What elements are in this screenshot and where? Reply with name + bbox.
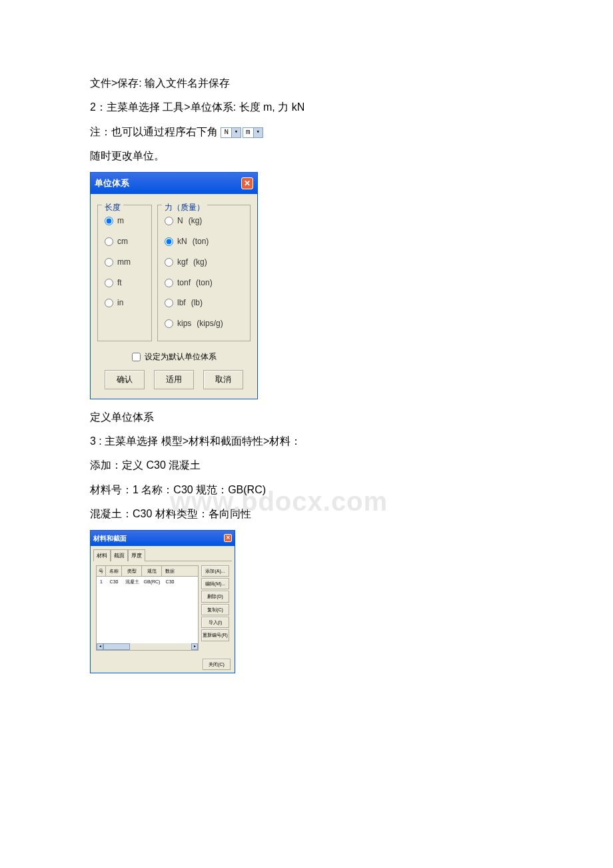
dialog-titlebar: 单位体系 ✕ <box>91 173 257 195</box>
paragraph-step2: 2：主菜单选择 工具>单位体系: 长度 m, 力 kN <box>90 97 523 117</box>
material-dialog-title: 材料和截面 <box>93 532 127 545</box>
dialog-title: 单位体系 <box>95 175 129 192</box>
unit-system-dialog: 单位体系 ✕ 长度 m cm mm ft in 力（质量） N(kg) kN(t… <box>90 172 258 399</box>
apply-button[interactable]: 适用 <box>154 370 194 389</box>
material-tabs: 材料 截面 厚度 <box>91 546 235 561</box>
close-icon[interactable]: ✕ <box>224 534 232 542</box>
paragraph-step3: 3 : 主菜单选择 模型>材料和截面特性>材料： <box>90 431 523 451</box>
paragraph-add-c30: 添加：定义 C30 混凝土 <box>90 455 523 475</box>
radio-kn[interactable]: kN(ton) <box>165 231 243 252</box>
radio-ft[interactable]: ft <box>105 273 145 293</box>
length-groupbox: 长度 m cm mm ft in <box>97 205 152 341</box>
cell-no: 1 <box>97 577 106 587</box>
cell-standard: GB(RC) <box>142 577 162 587</box>
table-header: 号 名称 类型 规范 数据 <box>97 566 198 577</box>
force-groupbox: 力（质量） N(kg) kN(ton) kgf(kg) tonf(ton) lb… <box>157 205 251 341</box>
tab-thickness[interactable]: 厚度 <box>128 549 145 561</box>
scroll-thumb[interactable] <box>103 643 130 650</box>
unit-length-value: m <box>243 125 253 139</box>
length-group-title: 长度 <box>102 200 123 215</box>
dialog-body: 长度 m cm mm ft in 力（质量） N(kg) kN(ton) kgf… <box>91 194 257 398</box>
renumber-button[interactable]: 重新编号(R) <box>201 629 229 641</box>
note-prefix: 注：也可以通过程序右下角 <box>90 126 218 137</box>
radio-lbf[interactable]: lbf(lb) <box>165 293 243 313</box>
cell-name: C30 <box>106 577 122 587</box>
radio-mm[interactable]: mm <box>105 252 145 273</box>
material-dialog-titlebar: 材料和截面 ✕ <box>91 531 235 546</box>
material-table: 号 名称 类型 规范 数据 1 C30 混凝土 GB(RC) C30 ◂ ▸ <box>96 565 199 651</box>
material-button-column: 添加(A)... 编辑(M)... 删除(D) 复制(C) 导入(I) 重新编号… <box>201 565 229 651</box>
header-type[interactable]: 类型 <box>122 566 142 576</box>
force-group-title: 力（质量） <box>162 200 207 215</box>
scroll-right-icon[interactable]: ▸ <box>191 643 198 650</box>
paragraph-concrete-type: 混凝土：C30 材料类型：各向同性 <box>90 504 523 524</box>
header-name[interactable]: 名称 <box>106 566 122 576</box>
scroll-left-icon[interactable]: ◂ <box>97 643 103 650</box>
table-row[interactable]: 1 C30 混凝土 GB(RC) C30 <box>97 577 198 587</box>
tab-section[interactable]: 截面 <box>111 549 128 561</box>
tab-material[interactable]: 材料 <box>93 549 111 561</box>
copy-button[interactable]: 复制(C) <box>201 604 229 615</box>
unit-force-value: N <box>221 125 231 139</box>
radio-in[interactable]: in <box>105 293 145 313</box>
import-button[interactable]: 导入(I) <box>201 617 229 628</box>
cell-type: 混凝土 <box>122 577 142 587</box>
unit-length-dropdown[interactable]: m <box>243 127 263 138</box>
chevron-down-icon[interactable] <box>231 128 241 137</box>
delete-button[interactable]: 删除(D) <box>201 591 229 602</box>
caption-unit-dialog: 定义单位体系 <box>90 407 523 427</box>
unit-dropdown-widgets: N m <box>221 127 263 138</box>
unit-force-dropdown[interactable]: N <box>221 127 241 138</box>
cancel-button[interactable]: 取消 <box>203 370 243 389</box>
material-dialog: 材料和截面 ✕ 材料 截面 厚度 号 名称 类型 规范 数据 1 C30 混凝土… <box>90 530 235 673</box>
close-icon[interactable]: ✕ <box>241 177 253 189</box>
radio-kips[interactable]: kips(kips/g) <box>165 313 243 334</box>
close-button[interactable]: 关闭(C) <box>203 659 231 670</box>
paragraph-anytime-change: 随时更改单位。 <box>90 146 523 166</box>
ok-button[interactable]: 确认 <box>105 370 145 389</box>
radio-kgf[interactable]: kgf(kg) <box>165 252 243 273</box>
header-no[interactable]: 号 <box>97 566 106 576</box>
chevron-down-icon[interactable] <box>253 128 263 137</box>
horizontal-scrollbar[interactable]: ◂ ▸ <box>97 643 198 650</box>
paragraph-material-no: 材料号：1 名称：C30 规范：GB(RC) <box>90 480 523 500</box>
radio-cm[interactable]: cm <box>105 231 145 252</box>
paragraph-file-save: 文件>保存: 输入文件名并保存 <box>90 73 523 93</box>
cell-db: C30 <box>162 577 178 587</box>
radio-tonf[interactable]: tonf(ton) <box>165 273 243 293</box>
default-checkbox[interactable] <box>132 353 141 361</box>
default-checkbox-label: 设定为默认单位体系 <box>145 349 217 365</box>
header-standard[interactable]: 规范 <box>142 566 162 576</box>
paragraph-note-inline: 注：也可以通过程序右下角 N m <box>90 122 523 142</box>
header-db[interactable]: 数据 <box>162 566 178 576</box>
add-button[interactable]: 添加(A)... <box>201 565 229 577</box>
default-checkbox-row[interactable]: 设定为默认单位体系 <box>97 349 251 365</box>
edit-button[interactable]: 编辑(M)... <box>201 578 229 589</box>
